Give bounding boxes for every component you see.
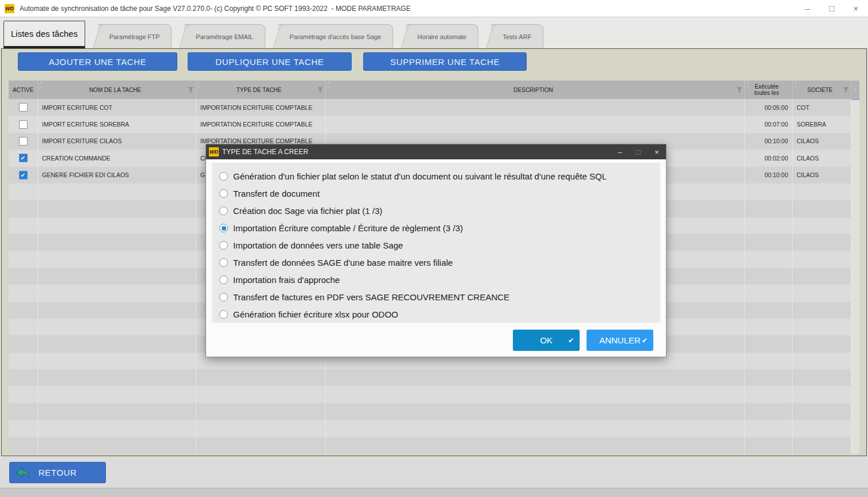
ok-button[interactable]: OK ✔ xyxy=(513,330,580,351)
table-header-row: ACTIVENOM DE LA TACHETYPE DE TACHEDESCRI… xyxy=(9,81,851,99)
column-header-active[interactable]: ACTIVE xyxy=(9,81,38,99)
column-header-nom-de-la-tache[interactable]: NOM DE LA TACHE xyxy=(38,81,196,99)
tab-param-trage-email[interactable]: Paramétrage EMAIL xyxy=(184,24,265,48)
dialog-maximize-icon[interactable]: □ xyxy=(629,144,648,159)
ok-button-label: OK xyxy=(540,335,553,345)
tab-param-trage-d-acc-s-base-sage[interactable]: Paramètrage d'accès base Sage xyxy=(278,24,393,48)
active-checkbox[interactable] xyxy=(19,137,28,146)
column-header-description[interactable]: DESCRIPTION xyxy=(326,81,745,99)
task-type-option[interactable]: Importation de données vers une table Sa… xyxy=(219,237,658,254)
column-header-ex-cut-e-toutes-les[interactable]: Exécutée toutes les xyxy=(745,81,793,99)
active-checkbox[interactable]: ✔ xyxy=(19,154,28,162)
active-checkbox[interactable] xyxy=(19,120,28,129)
cell-company xyxy=(793,369,851,386)
active-checkbox[interactable]: ✔ xyxy=(19,171,28,179)
cell-active xyxy=(9,268,38,285)
table-row-empty[interactable] xyxy=(9,386,851,403)
radio-icon[interactable] xyxy=(219,189,228,198)
table-row-empty[interactable] xyxy=(9,437,851,454)
task-type-option[interactable]: Création doc Sage via fichier plat (1 /3… xyxy=(219,202,658,220)
task-type-option-label: Génération fichier écriture xlsx pour OD… xyxy=(233,309,398,319)
back-button[interactable]: RETOUR xyxy=(9,462,106,483)
radio-icon[interactable] xyxy=(219,310,228,319)
delete-task-button[interactable]: SUPPRIMER UNE TACHE xyxy=(363,52,527,71)
cell-company xyxy=(793,285,851,301)
sort-indicator-icon xyxy=(39,81,43,89)
cell-interval-text: 00:05:00 xyxy=(764,104,788,111)
radio-icon[interactable] xyxy=(219,207,228,215)
filter-icon[interactable] xyxy=(843,87,849,93)
cell-active xyxy=(9,251,38,267)
task-type-option[interactable]: Génération fichier écriture xlsx pour OD… xyxy=(219,305,658,323)
scroll-right-button[interactable]: › xyxy=(851,81,859,99)
cell-active xyxy=(9,369,38,386)
cell-company xyxy=(793,353,851,369)
cell-task-name xyxy=(38,285,196,301)
table-scrollbar[interactable] xyxy=(851,99,859,454)
maximize-icon[interactable]: □ xyxy=(820,0,844,17)
table-row-empty[interactable] xyxy=(9,369,851,386)
status-bar xyxy=(0,488,868,497)
radio-icon[interactable] xyxy=(219,224,228,232)
table-scroll-column: › xyxy=(851,81,859,454)
cell-company xyxy=(793,420,851,437)
cell-active xyxy=(9,353,38,369)
active-checkbox[interactable] xyxy=(19,103,28,112)
cell-task-name xyxy=(38,251,196,267)
filter-icon[interactable] xyxy=(736,87,743,93)
task-type-option-label: Importation frais d'approche xyxy=(233,275,340,285)
cell-active xyxy=(9,116,38,132)
column-header-societe[interactable]: SOCIETE xyxy=(793,81,851,99)
close-icon[interactable]: × xyxy=(844,0,868,17)
table-row-empty[interactable] xyxy=(9,403,851,420)
cell-company xyxy=(793,335,851,352)
task-type-option[interactable]: Importation Écriture comptable / Écritur… xyxy=(219,220,658,237)
table-row[interactable]: IMPORT ECRITURE SOREBRAIMPORTATION ECRIT… xyxy=(9,116,851,132)
task-type-option[interactable]: Génération d'un fichier plat selon le st… xyxy=(219,168,658,185)
tab-listes-des-t-ches[interactable]: Listes des tâches xyxy=(3,21,85,48)
cell-interval xyxy=(745,437,793,454)
cell-task-name-text: GENERE FICHIER EDI CILAOS xyxy=(42,171,129,178)
column-header-type-de-tache[interactable]: TYPE DE TACHE xyxy=(196,81,326,99)
table-row[interactable]: IMPORT ECRITURE COTIMPORTATION ECRITURE … xyxy=(9,99,851,116)
cell-interval xyxy=(745,319,793,335)
cell-task-name xyxy=(38,268,196,285)
tab-tests-arf[interactable]: Tests ARF xyxy=(491,24,543,48)
cell-company xyxy=(793,437,851,454)
cell-task-type xyxy=(196,386,326,403)
filter-icon[interactable] xyxy=(317,87,323,93)
dialog-minimize-icon[interactable]: – xyxy=(611,144,629,159)
radio-icon[interactable] xyxy=(219,276,228,284)
cell-task-name-text: IMPORT ECRITURE CILAOS xyxy=(42,137,121,144)
task-type-option[interactable]: Transfert de document xyxy=(219,185,658,202)
radio-icon[interactable] xyxy=(219,172,228,181)
tab-param-trage-ftp[interactable]: Paramétrage FTP xyxy=(98,24,172,48)
cell-company-text: COT xyxy=(797,104,809,111)
column-header-label: SOCIETE xyxy=(808,87,833,93)
cell-company xyxy=(793,251,851,267)
task-type-option[interactable]: Transfert de données SAGE d'une base mai… xyxy=(219,254,658,271)
radio-icon[interactable] xyxy=(219,258,228,267)
dialog-titlebar[interactable]: WD TYPE DE TACHE A CREER – □ × xyxy=(206,144,666,159)
minimize-icon[interactable]: – xyxy=(795,0,820,17)
radio-icon[interactable] xyxy=(219,241,228,250)
duplicate-task-button[interactable]: DUPLIQUER UNE TACHE xyxy=(188,52,352,71)
add-task-button[interactable]: AJOUTER UNE TACHE xyxy=(18,52,177,71)
filter-icon[interactable] xyxy=(188,87,194,93)
task-type-option-label: Transfert de document xyxy=(233,189,319,198)
cell-company: CILAOS xyxy=(793,167,851,183)
cancel-button[interactable]: ANNULER ✔ xyxy=(587,330,653,351)
cell-interval xyxy=(745,217,793,234)
cell-active xyxy=(9,133,38,150)
tab-label: Listes des tâches xyxy=(11,29,78,39)
dialog-close-icon[interactable]: × xyxy=(648,144,666,159)
cell-company: COT xyxy=(793,99,851,116)
radio-icon[interactable] xyxy=(219,293,228,301)
task-type-option[interactable]: Transfert de factures en PDF vers SAGE R… xyxy=(219,288,658,305)
task-type-options: Génération d'un fichier plat selon le st… xyxy=(212,163,660,323)
table-row-empty[interactable] xyxy=(9,420,851,437)
task-type-option[interactable]: Importation frais d'approche xyxy=(219,271,658,288)
tab-horaire-automate[interactable]: Horaire automate xyxy=(406,24,478,48)
dialog-title: TYPE DE TACHE A CREER xyxy=(222,148,309,156)
chevron-right-icon: › xyxy=(854,86,856,94)
